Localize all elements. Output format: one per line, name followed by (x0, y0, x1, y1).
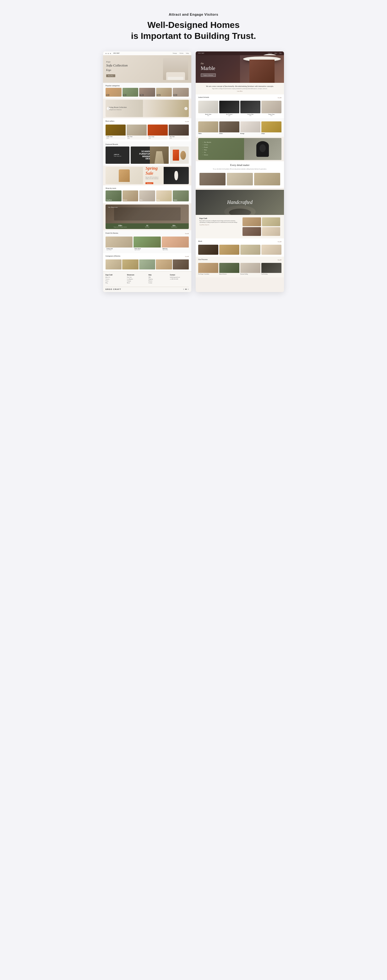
footer-email[interactable]: hello@ergocraft.com (170, 277, 189, 278)
arrival-item-3[interactable]: Column Side $560 (240, 101, 261, 116)
story-card-1[interactable]: Living room Jun 13, 2024 (106, 237, 133, 251)
bestsellers-view-all[interactable]: View All (185, 121, 189, 123)
about-link[interactable]: Learn More About Us (200, 224, 241, 226)
footer-link[interactable]: Los Angeles (127, 278, 146, 280)
insta-item-1[interactable] (106, 259, 122, 269)
coll-sateya[interactable]: Sateya (202, 154, 211, 156)
insta-item-5[interactable] (173, 259, 189, 269)
hero-brand: ERGO CRAFT (114, 53, 120, 54)
footer-link[interactable]: Miami (127, 282, 146, 283)
process-view-all[interactable]: View All (278, 259, 281, 261)
coll-marble[interactable]: The Marble (202, 142, 211, 143)
arrivals-header: Latest Arrivals View All (198, 96, 281, 99)
footer-link[interactable]: Press (106, 280, 125, 282)
brand-card-scandi[interactable]: SCANDINAVIANFURNITURE WITH AMINIMALISTIC… (131, 146, 169, 164)
sale-cta-button[interactable]: Shop Now (146, 182, 153, 184)
work-item-2[interactable] (219, 245, 239, 255)
story-card-2[interactable]: Home decor May 28, 2024 (133, 237, 160, 251)
product-image-side (169, 124, 189, 135)
work-label: Work (198, 240, 202, 242)
category-lamp[interactable]: Lamps (156, 88, 172, 97)
product-card-table[interactable]: Coffee Table $320 (106, 124, 126, 140)
showroom-section: Our Showroom 150+ Unique pieces of desig… (106, 205, 189, 229)
product-card-lamp[interactable]: Floor Lamp $180 (148, 124, 168, 140)
about-image-2 (262, 217, 280, 226)
room-living[interactable]: Living Room (106, 191, 122, 201)
stories-view-all[interactable]: View All (185, 233, 189, 234)
masters-chair (256, 141, 269, 157)
coll-pande[interactable]: Pande (202, 146, 211, 148)
footer-link[interactable]: Shipping (149, 278, 168, 280)
process-image-2 (219, 263, 239, 273)
instagram-label: Instagram @Stories (106, 255, 120, 257)
marble-nav-blog[interactable]: Blog (280, 53, 281, 54)
instagram-view-all[interactable]: View All (185, 256, 189, 257)
footer-link[interactable]: Returns (149, 280, 168, 282)
insta-item-3[interactable] (139, 259, 155, 269)
room-office[interactable]: Office (139, 191, 155, 201)
brand-card-jasmine[interactable] (170, 146, 189, 164)
arrivals-view-all[interactable]: View All (278, 97, 281, 99)
work-item-4[interactable] (261, 245, 281, 255)
product-card-side[interactable]: Side Table $210 (169, 124, 189, 140)
nav-collection[interactable]: Collection (179, 53, 184, 54)
banner-next-button[interactable]: › (184, 107, 187, 110)
hero-cta-button[interactable]: Shop Now (106, 74, 115, 77)
cat-right-tables[interactable]: Tables (198, 121, 218, 135)
room-dining[interactable]: Dining (156, 191, 172, 201)
footer-link[interactable]: Contact (149, 282, 168, 283)
insta-item-4[interactable] (156, 259, 172, 269)
sale-tag: Spring Sale (146, 167, 160, 176)
story-card-3[interactable]: Bedroom May 10, 2024 (162, 237, 189, 251)
product-image-table (106, 124, 126, 135)
left-screenshot: ERGO CRAFT Homepage Collection Catalog E… (103, 51, 191, 292)
work-item-1[interactable] (198, 245, 218, 255)
sale-content: Spring Sale Enjoy up to 40% off a select… (106, 167, 164, 184)
marble-the: the (201, 62, 204, 65)
insta-item-2[interactable] (122, 259, 138, 269)
collections-banner: The Marble Celem Pande Vany Arc Sateya (198, 138, 281, 160)
concept-link[interactable]: Learn More (200, 91, 280, 92)
arrival-item-1[interactable]: Marble Table $890 (198, 101, 218, 116)
work-item-3[interactable] (240, 245, 261, 255)
handcrafted-hero: Handcrafted (196, 190, 284, 215)
category-table[interactable]: Tables (139, 88, 155, 97)
process-item-3: Structural Crafting (240, 263, 261, 275)
category-decor[interactable]: Decor (173, 88, 189, 97)
cat-right-storage[interactable]: Storage (240, 121, 261, 135)
cat-right-lamps[interactable]: Lamps (261, 121, 281, 135)
work-view-all[interactable]: View All (278, 241, 281, 242)
footer-link[interactable]: New York (127, 277, 146, 278)
footer-phone[interactable]: +1 800 555 0100 (170, 278, 189, 280)
category-sofa[interactable]: Sofa (106, 88, 122, 97)
product-card-chair[interactable]: Arm Chair $450 (126, 124, 147, 140)
nav-catalog[interactable]: Catalog (186, 53, 189, 54)
footer-link[interactable]: Chicago (127, 280, 146, 282)
footer-link[interactable]: Careers (106, 278, 125, 280)
page-dot-1[interactable] (183, 289, 184, 290)
arrival-price-4: $780 (261, 115, 281, 116)
room-bedroom[interactable]: Bedroom (123, 191, 139, 201)
marble-nav-about[interactable]: About (275, 53, 277, 54)
nav-home[interactable]: Homepage (173, 53, 177, 54)
instagram-header: Instagram @Stories View All (106, 255, 189, 258)
page-dot-2[interactable] (186, 289, 187, 290)
product-name: Side Table (170, 136, 188, 137)
arrival-item-4[interactable]: Rattan Chair $780 (261, 101, 281, 116)
cat-right-chairs[interactable]: Chairs (219, 121, 239, 135)
footer-link[interactable]: Blog (106, 282, 125, 283)
arrival-item-2[interactable]: Arc Pendant $340 (219, 101, 239, 116)
footer-link[interactable]: FAQ (149, 277, 168, 278)
main-heading: Well-Designed Homes is Important to Buil… (103, 19, 284, 41)
coll-celem[interactable]: Celem (202, 144, 211, 146)
story-date-2: May 28, 2024 (134, 250, 160, 251)
coll-vany[interactable]: Vany (202, 149, 211, 151)
brand-card-jarvis[interactable]: JARVIS Simple dining room (106, 146, 130, 164)
marble-cta-button[interactable]: Explore Collection (201, 73, 216, 77)
page-dot-3[interactable] (187, 289, 189, 290)
coll-arc[interactable]: Arc (202, 151, 211, 153)
room-outdoor[interactable]: Outdoor (173, 191, 189, 201)
bestsellers-section: Best sellers View All Coffee Table $320 (103, 118, 191, 142)
footer-link[interactable]: About Us (106, 277, 125, 278)
category-chair[interactable]: Chair (123, 88, 139, 97)
